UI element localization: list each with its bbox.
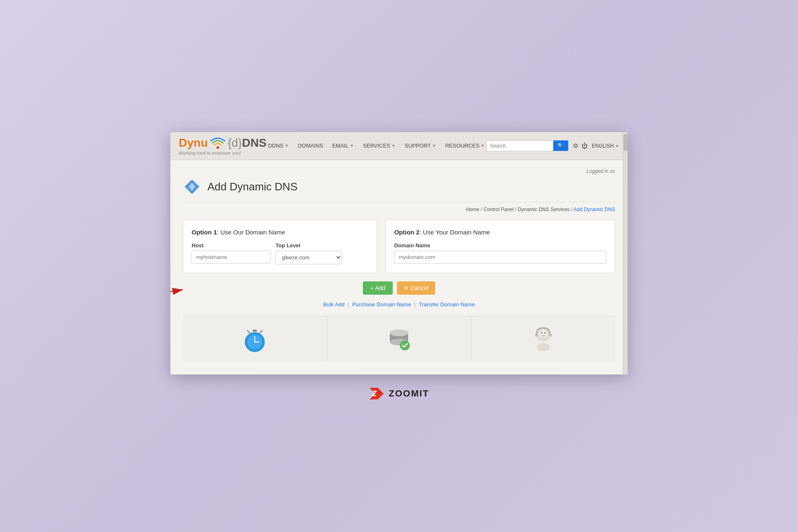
svg-point-16	[390, 330, 408, 336]
domain-name-label: Domain Name	[394, 242, 606, 249]
option-2-box: Option 2: Use Your Domain Name Domain Na…	[385, 220, 615, 273]
option-1-box: Option 1: Use Our Domain Name Host Top L…	[183, 220, 377, 273]
main-content: Logged in as Add Dynamic DNS Home / Cont…	[170, 160, 628, 374]
search-box: 🔍	[486, 140, 569, 151]
option-2-title: Option 2: Use Your Domain Name	[394, 229, 606, 236]
svg-point-22	[544, 332, 545, 333]
features-row	[183, 316, 615, 362]
svg-point-25	[537, 343, 550, 351]
add-button[interactable]: + Add	[363, 281, 393, 295]
logo-area: Dynu {d}{d}DNSDNS Working hard	[179, 136, 266, 155]
svg-point-21	[541, 332, 542, 333]
feature-support	[471, 316, 615, 362]
zoomit-text: ZOOMIT	[389, 388, 429, 399]
host-group: Host	[192, 242, 271, 264]
nav-ddns[interactable]: DDNS ▼	[267, 141, 290, 150]
logo-dynu: Dynu	[179, 136, 208, 150]
zoomit-footer: Z ZOOMIT	[369, 387, 429, 400]
scrollbar[interactable]	[623, 132, 628, 374]
breadcrumb-current: Add Dynamic DNS	[574, 207, 615, 212]
wifi-icon	[210, 137, 225, 149]
svg-point-17	[400, 340, 410, 350]
host-label: Host	[192, 242, 271, 249]
page-header: Add Dynamic DNS	[183, 177, 615, 196]
navigation-bar: Dynu {d}{d}DNSDNS Working hard	[170, 132, 628, 160]
database-icon	[386, 325, 413, 354]
arrow-annotation	[170, 277, 191, 302]
nav-email[interactable]: EMAIL ▼	[331, 141, 355, 150]
nav-icons: ⚙ ⏻	[573, 142, 588, 150]
timer-icon	[241, 325, 268, 354]
settings-icon[interactable]: ⚙	[573, 142, 578, 150]
chevron-down-icon: ▼	[392, 143, 396, 148]
chevron-down-icon: ▼	[285, 143, 289, 148]
svg-line-12	[260, 330, 262, 333]
breadcrumb: Home / Control Panel / Dynamic DNS Servi…	[183, 202, 615, 212]
top-level-group: Top Level gleeze.com dynu.net dynu.com m…	[276, 242, 342, 264]
nav-support[interactable]: SUPPORT ▼	[404, 141, 437, 150]
links-row: Bulk Add | Purchase Domain Name | Transf…	[183, 301, 615, 308]
breadcrumb-dynamic-dns[interactable]: Dynamic DNS Services	[518, 207, 570, 212]
support-icon	[530, 325, 557, 354]
cancel-button[interactable]: ✕ Cancel	[397, 281, 435, 295]
host-input[interactable]	[192, 251, 271, 264]
purchase-domain-link[interactable]: Purchase Domain Name	[352, 301, 411, 308]
nav-domains[interactable]: DOMAINS	[297, 141, 324, 150]
power-icon[interactable]: ⏻	[581, 142, 588, 149]
chevron-down-icon: ▼	[432, 143, 436, 148]
top-level-select[interactable]: gleeze.com dynu.net dynu.com myftp.biz m…	[276, 251, 342, 264]
svg-point-0	[217, 146, 219, 149]
logo-dns: {d}{d}DNSDNS	[228, 136, 266, 150]
buttons-row: + Add ✕ Cancel	[183, 281, 615, 295]
search-button[interactable]: 🔍	[553, 140, 568, 151]
svg-text:Z: Z	[372, 389, 377, 398]
svg-rect-24	[549, 333, 552, 337]
logged-in-text: Logged in as	[183, 168, 615, 174]
options-row: Option 1: Use Our Domain Name Host Top L…	[183, 220, 615, 273]
search-input[interactable]	[487, 141, 553, 151]
bulk-add-link[interactable]: Bulk Add	[323, 301, 345, 308]
nav-right: 🔍 ⚙ ⏻ ENGLISH ▼	[486, 140, 619, 151]
nav-center: DDNS ▼ DOMAINS EMAIL ▼ SERVICES ▼ SUPPOR…	[267, 141, 486, 150]
svg-rect-23	[535, 333, 538, 337]
scrollbar-thumb[interactable]	[623, 134, 628, 151]
domain-name-input[interactable]	[394, 251, 606, 264]
nav-resources[interactable]: RESOURCES ▼	[444, 141, 485, 150]
breadcrumb-control-panel[interactable]: Control Panel	[483, 207, 514, 212]
zoomit-logo-icon: Z	[369, 387, 384, 400]
feature-timer	[183, 316, 327, 362]
feature-database	[327, 316, 471, 362]
breadcrumb-home[interactable]: Home	[466, 207, 479, 212]
logo-tagline: Working hard to empower you!	[179, 150, 266, 155]
chevron-down-icon: ▼	[481, 143, 485, 148]
option-1-title: Option 1: Use Our Domain Name	[192, 229, 368, 236]
top-level-label: Top Level	[276, 242, 342, 249]
transfer-domain-link[interactable]: Transfer Domain Name	[419, 301, 475, 308]
svg-line-11	[247, 330, 250, 333]
domain-name-group: Domain Name	[394, 242, 606, 264]
chevron-down-icon: ▼	[350, 143, 354, 148]
nav-services[interactable]: SERVICES ▼	[362, 141, 396, 150]
svg-point-20	[539, 330, 547, 338]
page-title: Add Dynamic DNS	[207, 180, 298, 193]
page-icon	[183, 177, 202, 196]
svg-rect-10	[253, 330, 257, 332]
chevron-down-icon: ▼	[615, 144, 619, 148]
language-selector[interactable]: ENGLISH ▼	[592, 143, 619, 149]
